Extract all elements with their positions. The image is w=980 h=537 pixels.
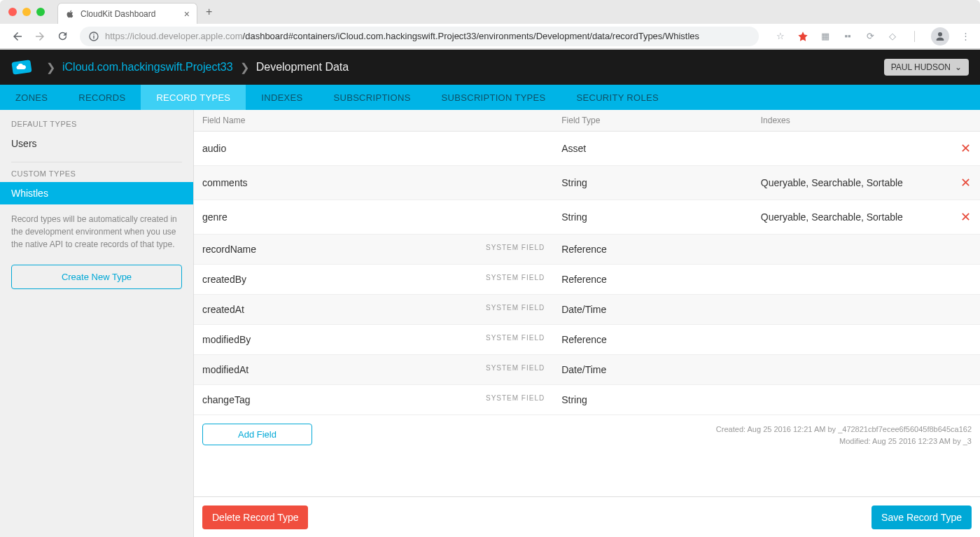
back-icon[interactable] [8,27,27,46]
field-indexes-cell [752,325,952,355]
table-row[interactable]: changeTagSYSTEM FIELDString [194,385,980,415]
field-type-cell: String [553,200,752,235]
field-indexes-cell: Queryable, Searchable, Sortable [752,200,952,235]
field-action-cell [951,385,980,415]
delete-record-type-button[interactable]: Delete Record Type [202,505,308,529]
field-type-cell: Date/Time [553,295,752,325]
system-field-badge: SYSTEM FIELD [486,244,545,251]
field-name-cell: comments [194,166,553,200]
system-field-badge: SYSTEM FIELD [486,274,545,281]
user-menu[interactable]: PAUL HUDSON ⌄ [884,59,969,76]
nav-tab-records[interactable]: RECORDS [63,85,141,110]
sidebar: DEFAULT TYPES Users CUSTOM TYPES Whistle… [0,110,194,537]
browser-tab-bar: CloudKit Dashboard × + [0,0,980,24]
meta-created: Created: Aug 25 2016 12:21 AM by _472821… [716,424,972,435]
window-controls [8,8,45,16]
field-name-cell: changeTagSYSTEM FIELD [194,385,553,415]
new-tab-icon[interactable]: + [206,6,212,18]
nav-tab-security-roles[interactable]: SECURITY ROLES [561,85,674,110]
nav-tab-record-types[interactable]: RECORD TYPES [141,85,246,110]
sidebar-custom-header: CUSTOM TYPES [0,169,193,182]
field-action-cell [951,265,980,295]
window-maximize-icon[interactable] [36,8,45,16]
browser-chrome: CloudKit Dashboard × + https://icloud.de… [0,0,980,50]
delete-field-icon[interactable]: ✕ [960,176,971,190]
field-action-cell [951,295,980,325]
table-row[interactable]: modifiedBySYSTEM FIELDReference [194,325,980,355]
sync-icon[interactable]: ⟳ [864,30,876,43]
divider: │ [909,30,921,43]
field-type-cell: Reference [553,235,752,265]
sidebar-help-text: Record types will be automatically creat… [0,204,193,259]
nav-tab-subscription-types[interactable]: SUBSCRIPTION TYPES [426,85,561,110]
fields-table: Field Name Field Type Indexes audioAsset… [194,110,980,415]
field-name-cell: recordNameSYSTEM FIELD [194,235,553,265]
app-header: ❯ iCloud.com.hackingswift.Project33 ❯ De… [0,50,980,85]
tag-icon[interactable]: ◇ [886,30,899,43]
field-indexes-cell [752,235,952,265]
svg-point-3 [938,32,942,36]
cloudkit-logo-icon[interactable] [11,57,32,78]
chevron-right-icon: ❯ [46,61,55,74]
stats-icon[interactable]: ▪▪ [841,30,854,43]
sidebar-item-users[interactable]: Users [0,132,193,155]
sidebar-default-header: DEFAULT TYPES [0,120,193,132]
nav-tab-subscriptions[interactable]: SUBSCRIPTIONS [318,85,426,110]
create-new-type-button[interactable]: Create New Type [11,265,182,289]
field-type-cell: Reference [553,265,752,295]
table-row[interactable]: audioAsset✕ [194,132,980,166]
field-action-cell: ✕ [951,166,980,200]
tab-close-icon[interactable]: × [184,8,190,20]
column-header-indexes: Indexes [752,110,952,132]
window-close-icon[interactable] [8,8,17,16]
browser-url-bar: https://icloud.developer.apple.com/dashb… [0,24,980,49]
table-row[interactable]: recordNameSYSTEM FIELDReference [194,235,980,265]
nav-tab-zones[interactable]: ZONES [0,85,63,110]
menu-icon[interactable]: ⋮ [959,30,972,43]
content-pane: Field Name Field Type Indexes audioAsset… [194,110,980,537]
field-indexes-cell [752,132,952,166]
field-type-cell: Asset [553,132,752,166]
profile-icon[interactable] [931,27,949,46]
field-name-cell: createdBySYSTEM FIELD [194,265,553,295]
table-row[interactable]: createdAtSYSTEM FIELDDate/Time [194,295,980,325]
column-header-type: Field Type [553,110,752,132]
field-type-cell: Reference [553,325,752,355]
delete-field-icon[interactable]: ✕ [960,210,971,224]
svg-rect-2 [93,34,94,34]
browser-toolbar-icons: ☆ ▦ ▪▪ ⟳ ◇ │ ⋮ [774,27,972,46]
forward-icon[interactable] [31,27,49,46]
field-action-cell [951,235,980,265]
table-row[interactable]: genreStringQueryable, Searchable, Sortab… [194,200,980,235]
breadcrumb-container-link[interactable]: iCloud.com.hackingswift.Project33 [62,61,233,74]
table-row[interactable]: createdBySYSTEM FIELDReference [194,265,980,295]
adblock-icon[interactable] [797,30,809,43]
svg-rect-1 [93,35,94,39]
nav-tab-indexes[interactable]: INDEXES [246,85,318,110]
field-name-cell: createdAtSYSTEM FIELD [194,295,553,325]
url-text: https://icloud.developer.apple.com/dashb… [105,31,699,41]
footer: Delete Record Type Save Record Type [194,496,980,537]
column-header-name: Field Name [194,110,553,132]
table-row[interactable]: modifiedAtSYSTEM FIELDDate/Time [194,355,980,385]
add-field-button[interactable]: Add Field [202,424,312,445]
field-indexes-cell [752,355,952,385]
url-field[interactable]: https://icloud.developer.apple.com/dashb… [80,27,759,46]
table-row[interactable]: commentsStringQueryable, Searchable, Sor… [194,166,980,200]
field-indexes-cell [752,295,952,325]
browser-tab[interactable]: CloudKit Dashboard × [57,3,197,24]
field-name-cell: genre [194,200,553,235]
system-field-badge: SYSTEM FIELD [486,304,545,312]
delete-field-icon[interactable]: ✕ [960,141,971,155]
star-icon[interactable]: ☆ [774,30,787,43]
reload-icon[interactable] [53,27,71,46]
extension-icon[interactable]: ▦ [819,30,832,43]
breadcrumb: ❯ iCloud.com.hackingswift.Project33 ❯ De… [46,61,349,74]
field-type-cell: String [553,166,752,200]
field-indexes-cell [752,265,952,295]
save-record-type-button[interactable]: Save Record Type [872,505,972,529]
field-indexes-cell [752,385,952,415]
window-minimize-icon[interactable] [22,8,31,16]
sidebar-item-whistles[interactable]: Whistles [0,182,193,204]
column-header-action [951,110,980,132]
